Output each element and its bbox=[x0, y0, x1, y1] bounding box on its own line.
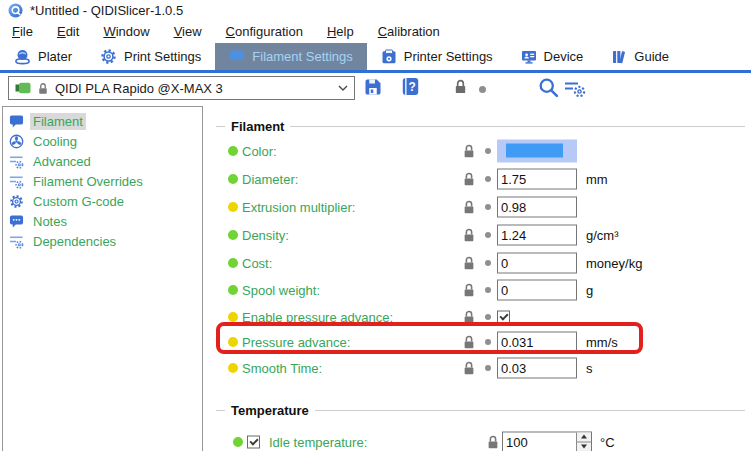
tab-printer-settings[interactable]: Printer Settings bbox=[367, 43, 507, 70]
revert-dot bbox=[485, 365, 491, 371]
help-book-icon[interactable]: ? bbox=[401, 77, 420, 96]
sidebar-item-label: Dependencies bbox=[30, 233, 119, 250]
preset-combo[interactable]: QIDI PLA Rapido @X-MAX 3 bbox=[8, 76, 355, 100]
menu-calibration[interactable]: Calibration bbox=[366, 21, 452, 43]
lock-icon[interactable] bbox=[462, 360, 476, 375]
preset-lock-icon bbox=[37, 82, 49, 95]
idle-temperature-checkbox[interactable] bbox=[247, 435, 260, 448]
sidebar-item-advanced[interactable]: Advanced bbox=[3, 151, 202, 171]
revert-dot bbox=[485, 204, 491, 210]
menu-configuration[interactable]: Configuration bbox=[214, 21, 315, 43]
unit-label: money/kg bbox=[586, 255, 642, 270]
idle-temperature-value: 100 bbox=[506, 434, 528, 449]
setting-row-density: Density: g/cm³ bbox=[215, 221, 751, 248]
tab-filament-settings[interactable]: Filament Settings bbox=[215, 43, 366, 70]
extrusion-multiplier-input[interactable] bbox=[497, 196, 577, 217]
tab-device[interactable]: Device bbox=[507, 43, 598, 70]
tab-label: Print Settings bbox=[124, 49, 201, 64]
unit-label: g/cm³ bbox=[586, 227, 619, 242]
menu-help[interactable]: Help bbox=[315, 21, 366, 43]
diameter-input[interactable] bbox=[497, 168, 577, 189]
setting-row-spool-weight: Spool weight: g bbox=[215, 276, 751, 303]
sidebar-item-cooling[interactable]: Cooling bbox=[3, 131, 202, 151]
density-input[interactable] bbox=[497, 224, 577, 245]
sidebar-item-notes[interactable]: Notes bbox=[3, 211, 202, 231]
system-value-bullet bbox=[228, 230, 238, 240]
arrow-down-icon bbox=[581, 445, 587, 449]
revert-dot bbox=[485, 232, 491, 238]
unit-label: g bbox=[586, 282, 593, 297]
sidebar-item-label: Custom G-code bbox=[30, 193, 127, 210]
setting-row-color: Color: bbox=[215, 137, 751, 164]
revert-dot bbox=[485, 176, 491, 182]
title-bar: *Untitled - QIDISlicer-1.0.5 bbox=[0, 0, 751, 21]
lock-icon[interactable] bbox=[462, 282, 476, 297]
revert-dot bbox=[485, 314, 491, 320]
settings-page: Filament Color: Diameter: mm Extrusion m… bbox=[215, 106, 751, 451]
tab-print-settings[interactable]: Print Settings bbox=[86, 43, 215, 70]
dropdown-chevron-icon[interactable] bbox=[338, 85, 348, 91]
filament-preset-icon bbox=[15, 82, 31, 94]
section-temperature: Temperature bbox=[216, 402, 745, 418]
sidebar-item-filament[interactable]: Filament bbox=[3, 111, 202, 131]
menu-edit[interactable]: Edit bbox=[45, 21, 91, 43]
unit-label: mm bbox=[586, 171, 608, 186]
preset-name: QIDI PLA Rapido @X-MAX 3 bbox=[55, 81, 332, 96]
setting-row-extrusion-multiplier: Extrusion multiplier: bbox=[215, 193, 751, 220]
save-icon[interactable] bbox=[363, 77, 383, 97]
preset-toolbar: QIDI PLA Rapido @X-MAX 3 ? bbox=[0, 73, 751, 106]
gear-icon bbox=[8, 193, 24, 209]
section-title: Temperature bbox=[231, 403, 309, 418]
lock-icon[interactable] bbox=[462, 255, 476, 270]
setting-label: Extrusion multiplier: bbox=[242, 199, 355, 214]
lock-icon[interactable] bbox=[462, 227, 476, 242]
lock-icon[interactable] bbox=[462, 143, 476, 158]
revert-dot bbox=[485, 260, 491, 266]
lock-icon[interactable] bbox=[486, 434, 500, 449]
sidebar-item-custom-gcode[interactable]: Custom G-code bbox=[3, 191, 202, 211]
setting-row-diameter: Diameter: mm bbox=[215, 165, 751, 192]
settings-list-icon[interactable] bbox=[564, 80, 586, 98]
filament-icon bbox=[8, 113, 24, 129]
modified-value-bullet bbox=[228, 363, 238, 373]
smooth-time-input[interactable] bbox=[497, 357, 577, 378]
color-swatch-value bbox=[506, 143, 563, 157]
spinner-up-button[interactable] bbox=[577, 432, 591, 442]
setting-label: Density: bbox=[242, 227, 289, 242]
lock-icon[interactable] bbox=[462, 199, 476, 214]
red-highlight-annotation bbox=[216, 322, 643, 354]
revert-dot bbox=[479, 86, 486, 93]
lock-icon[interactable] bbox=[453, 78, 468, 95]
mode-tab-bar: Plater Print Settings Filament Settings bbox=[0, 43, 751, 70]
menu-file[interactable]: File bbox=[0, 21, 45, 43]
settings-category-sidebar: Filament Cooling Advanced bbox=[2, 106, 203, 451]
plater-icon bbox=[14, 48, 31, 65]
lock-icon[interactable] bbox=[462, 171, 476, 186]
sidebar-item-filament-overrides[interactable]: Filament Overrides bbox=[3, 171, 202, 191]
modified-value-bullet bbox=[228, 312, 238, 322]
section-filament: Filament bbox=[216, 118, 745, 134]
spool-weight-input[interactable] bbox=[497, 279, 577, 300]
tab-label: Guide bbox=[634, 49, 669, 64]
setting-row-idle-temperature: Idle temperature: 100 °C bbox=[215, 428, 751, 451]
color-swatch[interactable] bbox=[497, 139, 577, 162]
sidebar-item-label: Notes bbox=[30, 213, 70, 230]
notes-bubble-icon bbox=[8, 213, 24, 229]
tab-guide[interactable]: Guide bbox=[597, 43, 683, 70]
guide-icon bbox=[611, 49, 627, 65]
print-settings-icon bbox=[100, 48, 117, 65]
menu-view[interactable]: View bbox=[162, 21, 214, 43]
tab-label: Filament Settings bbox=[252, 49, 352, 64]
modified-value-bullet bbox=[228, 202, 238, 212]
menu-window[interactable]: Window bbox=[91, 21, 161, 43]
sidebar-item-dependencies[interactable]: Dependencies bbox=[3, 231, 202, 251]
tab-plater[interactable]: Plater bbox=[0, 43, 86, 70]
spinner-down-button[interactable] bbox=[577, 442, 591, 451]
sidebar-item-label: Cooling bbox=[30, 133, 80, 150]
window-title: *Untitled - QIDISlicer-1.0.5 bbox=[30, 3, 183, 18]
cost-input[interactable] bbox=[497, 252, 577, 273]
sidebar-item-label: Filament Overrides bbox=[30, 173, 146, 190]
search-icon[interactable] bbox=[538, 77, 559, 98]
idle-temperature-spinner[interactable]: 100 bbox=[502, 431, 592, 451]
unit-label: s bbox=[586, 360, 593, 375]
